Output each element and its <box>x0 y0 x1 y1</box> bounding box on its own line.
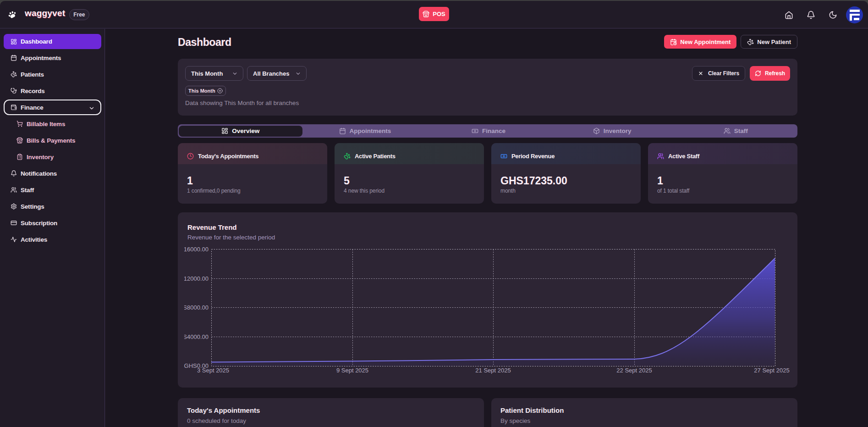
svg-text:GHS12000.00: GHS12000.00 <box>178 275 209 282</box>
svg-text:22 Sept 2025: 22 Sept 2025 <box>616 367 652 374</box>
svg-text:GHS16000.00: GHS16000.00 <box>178 246 209 253</box>
svg-text:GHS0.00: GHS0.00 <box>184 362 209 369</box>
svg-text:GHS8000.00: GHS8000.00 <box>178 304 209 311</box>
svg-text:9 Sept 2025: 9 Sept 2025 <box>336 367 368 374</box>
svg-text:27 Sept 2025: 27 Sept 2025 <box>754 367 789 374</box>
svg-text:GHS4000.00: GHS4000.00 <box>178 333 209 340</box>
svg-text:21 Sept 2025: 21 Sept 2025 <box>475 367 511 374</box>
